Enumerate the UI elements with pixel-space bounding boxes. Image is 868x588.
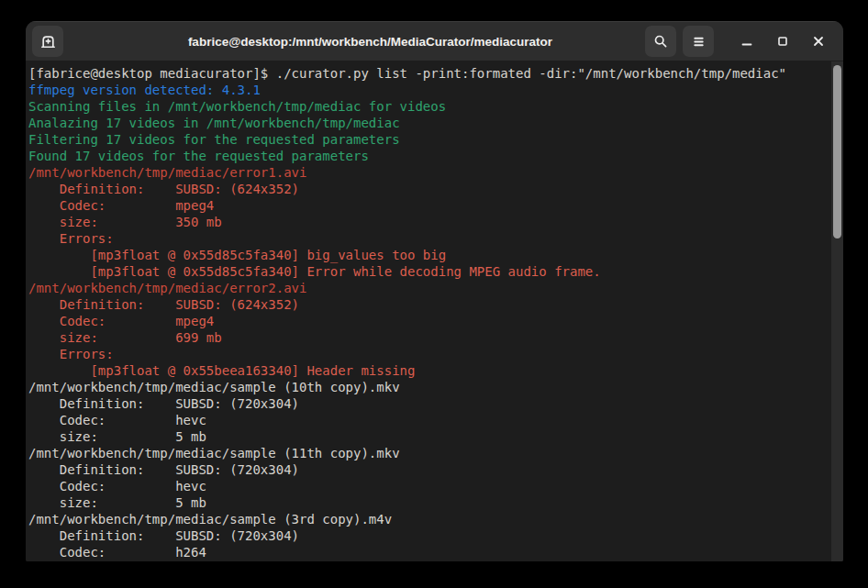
close-icon [812,35,825,48]
scrollbar-track[interactable] [831,61,843,561]
terminal-line: size: 5 mb [28,494,830,511]
search-button[interactable] [645,26,676,57]
terminal-line: Scanning files in /mnt/workbench/tmp/med… [28,98,830,115]
terminal-line: Definition: SUBSD: (720x304) [28,527,830,544]
terminal-line: Definition: SUBSD: (624x352) [28,296,830,313]
new-tab-button[interactable] [32,26,63,57]
maximize-button[interactable] [767,26,798,57]
terminal-line: /mnt/workbench/tmp/mediac/sample (11th c… [28,445,830,461]
terminal-line: Definition: SUBSD: (720x304) [28,395,830,412]
minimize-button[interactable] [731,26,762,57]
terminal-line: Codec: mpeg4 [28,313,830,329]
terminal-line: Codec: hevc [28,478,830,494]
terminal-line: size: 5 mb [28,428,830,445]
terminal-line: Errors: [28,230,830,247]
terminal-line: Filtering 17 videos for the requested pa… [28,131,830,148]
terminal-line: Found 17 videos for the requested parame… [28,148,830,164]
terminal-line: /mnt/workbench/tmp/mediac/error1.avi [28,164,830,181]
terminal-line: [mp3float @ 0x55d85c5fa340] Error while … [28,263,830,280]
hamburger-menu-icon [692,35,706,49]
terminal-line: Definition: SUBSD: (720x304) [28,461,830,478]
terminal-line: Errors: [28,346,830,362]
terminal-line: ffmpeg version detected: 4.3.1 [28,82,830,98]
menu-button[interactable] [683,26,714,57]
terminal-window: fabrice@desktop:/mnt/workbench/MediaCura… [26,21,843,561]
minimize-icon [740,35,753,48]
terminal-line: [mp3float @ 0x55d85c5fa340] big_values t… [28,247,830,263]
new-tab-icon [40,34,56,50]
close-button[interactable] [803,26,834,57]
window-title: fabrice@desktop:/mnt/workbench/MediaCura… [108,21,632,61]
terminal-line: Codec: mpeg4 [28,197,830,214]
terminal-line: /mnt/workbench/tmp/mediac/sample (3rd co… [28,511,830,527]
terminal-line: [mp3float @ 0x55beea163340] Header missi… [28,362,830,379]
terminal-line: size: 350 mb [28,214,830,230]
titlebar[interactable]: fabrice@desktop:/mnt/workbench/MediaCura… [26,21,843,61]
terminal-line: Codec: h264 [28,544,830,560]
terminal-line: /mnt/workbench/tmp/mediac/error2.avi [28,280,830,296]
search-icon [653,34,668,49]
terminal-line: Definition: SUBSD: (624x352) [28,181,830,197]
terminal-line: Codec: hevc [28,412,830,428]
maximize-icon [776,35,789,48]
terminal-line: size: 699 mb [28,329,830,346]
terminal-line: Analazing 17 videos in /mnt/workbench/tm… [28,115,830,131]
terminal-line: /mnt/workbench/tmp/mediac/sample (10th c… [28,379,830,395]
terminal-line: [fabrice@desktop mediacurator]$ ./curato… [28,65,830,82]
scrollbar-thumb[interactable] [833,65,841,239]
terminal-output[interactable]: [fabrice@desktop mediacurator]$ ./curato… [26,61,843,561]
